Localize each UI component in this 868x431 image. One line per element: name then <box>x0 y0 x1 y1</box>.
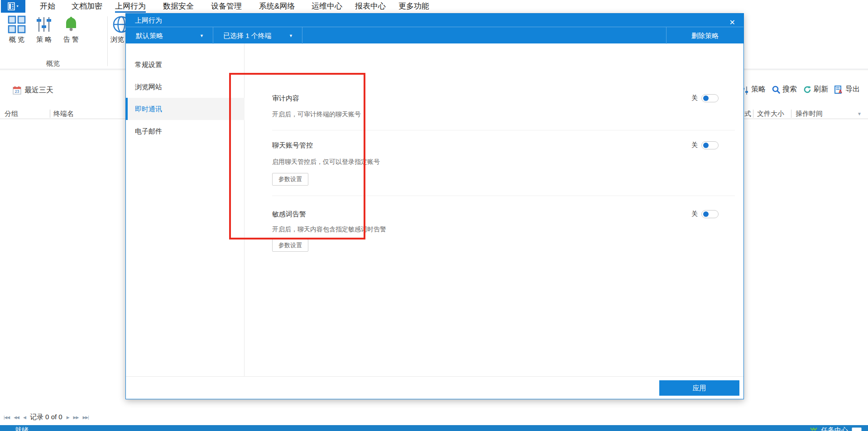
export-action[interactable]: A 导出 <box>834 85 860 94</box>
tab-device-mgmt[interactable]: 设备管理 <box>211 1 242 12</box>
app-menu-caret-icon: ▾ <box>16 5 18 8</box>
sensitive-word-toggle-switch[interactable] <box>701 210 719 218</box>
column-header-optime[interactable]: 操作时间 <box>796 110 823 118</box>
ribbon-policy-button[interactable]: 策 略 <box>29 15 59 44</box>
chat-control-toggle-switch[interactable] <box>701 141 719 149</box>
sensitive-word-param-settings-button[interactable]: 参数设置 <box>272 239 308 252</box>
tab-start[interactable]: 开始 <box>40 1 55 12</box>
setting-chat-control-title: 聊天账号管控 <box>272 141 313 150</box>
setting-audit-title: 审计内容 <box>272 94 299 103</box>
policy-dropdown-label: 默认策略 <box>136 32 163 39</box>
chevron-down-icon: ▼ <box>200 28 204 44</box>
column-header-group[interactable]: 分组 <box>5 110 18 118</box>
prev-fast-button[interactable]: ◀◀ <box>14 415 19 420</box>
export-action-label: 导出 <box>845 85 860 94</box>
menubar: ▾ 开始 文档加密 上网行为 数据安全 设备管理 系统&网络 运维中心 报表中心… <box>0 0 868 13</box>
ribbon-separator <box>107 16 108 66</box>
next-fast-button[interactable]: ▶▶ <box>73 415 79 420</box>
setting-chat-control-toggle-wrap: 关 <box>691 141 719 149</box>
chat-control-param-settings-button[interactable]: 参数设置 <box>272 173 308 186</box>
toggle-knob <box>703 211 709 217</box>
tab-ops-center[interactable]: 运维中心 <box>312 1 342 12</box>
search-action[interactable]: 搜索 <box>772 85 797 94</box>
refresh-icon <box>803 86 811 94</box>
dialog-toolbar: 默认策略 ▼ 已选择 1 个终端 ▼ 删除策略 <box>126 27 743 43</box>
pagination-bar: |◀◀ ◀◀ ◀ 记录 0 of 0 ▶ ▶▶ ▶▶| <box>4 413 89 421</box>
screen: ▾ 开始 文档加密 上网行为 数据安全 设备管理 系统&网络 运维中心 报表中心… <box>0 0 868 431</box>
svg-text:A: A <box>839 89 842 94</box>
column-separator[interactable] <box>753 110 753 118</box>
next-page-button[interactable]: ▶ <box>67 415 69 420</box>
dialog-title-bar: 上网行为 ✕ <box>126 14 743 27</box>
toggle-knob <box>703 143 709 148</box>
search-action-label: 搜索 <box>782 85 797 94</box>
tab-doc-encrypt[interactable]: 文档加密 <box>72 1 102 12</box>
terminal-dropdown[interactable]: 已选择 1 个终端 ▼ <box>213 27 302 44</box>
sidebar-item-general[interactable]: 常规设置 <box>126 53 245 76</box>
sidebar-item-websites[interactable]: 浏览网站 <box>126 76 245 98</box>
setting-divider <box>272 196 735 196</box>
app-menu-button[interactable]: ▾ <box>1 0 25 13</box>
prev-page-button[interactable]: ◀ <box>23 415 26 420</box>
bell-alert-icon <box>62 15 80 34</box>
ribbon-policy-label: 策 略 <box>29 35 59 44</box>
column-separator[interactable] <box>791 110 791 118</box>
tab-more-features[interactable]: 更多功能 <box>398 1 429 12</box>
column-menu-caret-icon[interactable]: ▼ <box>857 111 862 116</box>
tab-report-center[interactable]: 报表中心 <box>355 1 386 12</box>
tab-data-security[interactable]: 数据安全 <box>163 1 194 12</box>
internet-behavior-dialog: 上网行为 ✕ 默认策略 ▼ 已选择 1 个终端 ▼ 删除策略 常规设置 浏览网站… <box>125 13 744 399</box>
setting-sensitive-word-title: 敏感词告警 <box>272 210 306 219</box>
column-separator[interactable] <box>50 110 50 118</box>
first-page-button[interactable]: |◀◀ <box>4 415 10 420</box>
svg-text:23: 23 <box>15 89 19 94</box>
date-range-filter[interactable]: 23 最近三天 <box>13 86 53 95</box>
list-menu-icon <box>8 2 15 10</box>
task-center[interactable]: 任务中心 <box>810 426 862 431</box>
refresh-action[interactable]: 刷新 <box>803 85 828 94</box>
grid-overview-icon <box>8 15 26 34</box>
policy-dropdown[interactable]: 默认策略 ▼ <box>126 27 213 44</box>
record-count-label: 记录 0 of 0 <box>30 413 62 421</box>
toggle-off-label: 关 <box>691 94 698 102</box>
dialog-content: 审计内容 开启后，可审计终端的聊天账号 关 聊天账号管控 启用聊天管控后，仅可以… <box>245 43 744 378</box>
toolbar-separator <box>302 27 302 44</box>
status-ready-label: 就绪 <box>15 426 29 431</box>
ribbon-group-label: 概览 <box>1 59 105 68</box>
column-header-filesize[interactable]: 文件大小 <box>757 110 784 118</box>
dialog-footer: 应用 <box>126 376 743 399</box>
ribbon-overview-button[interactable]: 概 览 <box>2 15 32 44</box>
statusbar: 就绪 任务中心 <box>0 425 868 431</box>
column-header-terminal[interactable]: 终端名 <box>53 110 74 118</box>
download-arrows-icon <box>810 427 817 431</box>
toggle-knob <box>703 96 709 101</box>
dialog-sidebar: 常规设置 浏览网站 即时通讯 电子邮件 <box>126 43 245 378</box>
setting-audit-toggle-wrap: 关 <box>691 94 719 102</box>
chevron-down-icon: ▼ <box>289 28 293 44</box>
sidebar-item-instant-messaging[interactable]: 即时通讯 <box>126 98 245 120</box>
task-center-label: 任务中心 <box>821 426 848 431</box>
ribbon-alert-button[interactable]: 告 警 <box>56 15 86 44</box>
sliders-policy-icon <box>35 15 53 34</box>
policy-action[interactable]: 策略 <box>751 85 766 94</box>
audit-toggle-switch[interactable] <box>701 94 719 102</box>
apply-button[interactable]: 应用 <box>659 380 739 396</box>
tab-system-network[interactable]: 系统&网络 <box>259 1 295 12</box>
delete-policy-button[interactable]: 删除策略 <box>666 27 743 44</box>
toggle-off-label: 关 <box>691 210 698 218</box>
dialog-title: 上网行为 <box>135 16 162 24</box>
background-actions: 策略 搜索 刷新 A <box>751 85 860 94</box>
setting-chat-control-description: 启用聊天管控后，仅可以登录指定账号 <box>272 158 380 166</box>
ribbon-alert-label: 告 警 <box>56 35 86 44</box>
task-center-box-button[interactable] <box>852 427 862 431</box>
sidebar-item-email[interactable]: 电子邮件 <box>126 120 245 142</box>
search-icon <box>772 86 780 94</box>
terminal-dropdown-label: 已选择 1 个终端 <box>223 32 272 39</box>
last-page-button[interactable]: ▶▶| <box>82 415 88 420</box>
column-header-partial[interactable]: 式 <box>744 110 751 118</box>
tab-internet-behavior[interactable]: 上网行为 <box>115 1 146 12</box>
calendar-icon: 23 <box>13 86 21 95</box>
export-pdf-icon: A <box>834 86 843 94</box>
setting-sensitive-word-description: 开启后，聊天内容包含指定敏感词时告警 <box>272 225 386 234</box>
setting-audit-description: 开启后，可审计终端的聊天账号 <box>272 110 361 119</box>
